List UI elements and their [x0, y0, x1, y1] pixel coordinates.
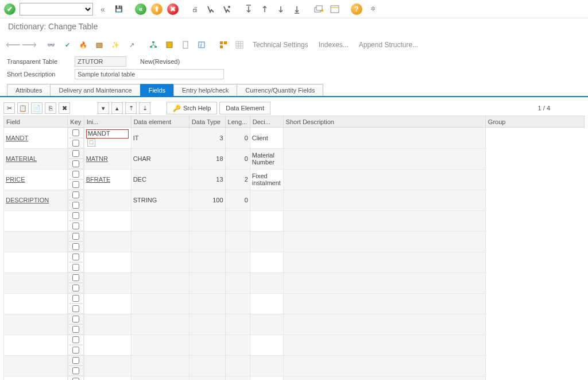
check-icon[interactable]: ✔: [61, 39, 74, 51]
last-page-icon[interactable]: [291, 3, 303, 16]
short-desc-cell[interactable]: Material Number: [250, 148, 283, 169]
row-checkbox[interactable]: [72, 243, 79, 250]
ini-checkbox[interactable]: [72, 202, 79, 209]
cancel-icon[interactable]: ✖: [167, 3, 179, 16]
info-icon[interactable]: i: [195, 39, 208, 51]
table-row[interactable]: PRICEBFRATEDEC132Fixed instalment: [4, 169, 585, 190]
col-ini[interactable]: Ini...: [84, 116, 131, 128]
first-page-icon[interactable]: [242, 3, 255, 16]
length-cell[interactable]: 3: [189, 128, 225, 149]
nav-back-icon[interactable]: ⟵: [7, 39, 20, 51]
key-checkbox[interactable]: [72, 171, 79, 178]
data-element-link[interactable]: MATNR: [86, 155, 108, 162]
group-cell[interactable]: [283, 128, 485, 149]
command-field[interactable]: [20, 3, 93, 16]
row-checkbox[interactable]: [72, 285, 79, 291]
col-short-desc[interactable]: Short Description: [283, 116, 485, 128]
technical-settings-button[interactable]: Technical Settings: [249, 40, 312, 50]
short-desc-cell[interactable]: Fixed instalment: [250, 169, 283, 190]
deci-cell[interactable]: 0: [225, 148, 250, 169]
table-row[interactable]: [4, 252, 585, 272]
data-type-cell[interactable]: CHAR: [131, 148, 189, 169]
field-name-link[interactable]: MANDT: [6, 135, 28, 141]
row-checkbox[interactable]: [72, 378, 79, 380]
insert-row-icon[interactable]: ⎘: [45, 102, 56, 114]
short-desc-cell[interactable]: Client: [250, 128, 283, 149]
field-name-link[interactable]: PRICE: [6, 176, 25, 183]
group-cell[interactable]: [283, 148, 485, 169]
table-row[interactable]: [4, 231, 585, 252]
col-data-element[interactable]: Data element: [131, 116, 189, 128]
table-row[interactable]: [4, 335, 585, 355]
row-checkbox[interactable]: [72, 367, 79, 374]
data-element-input[interactable]: MANDT: [86, 129, 129, 139]
row-checkbox[interactable]: [72, 254, 79, 260]
row-checkbox[interactable]: [72, 347, 79, 354]
srch-help-button[interactable]: 🔑Srch Help: [167, 102, 217, 114]
tab-entry-help[interactable]: Entry help/check: [173, 84, 237, 96]
table-name-field[interactable]: ZTUTOR: [75, 56, 126, 67]
tab-attributes[interactable]: Attributes: [7, 84, 51, 96]
copy-icon[interactable]: 📋: [17, 102, 29, 114]
table-row[interactable]: DESCRIPTIONSTRING1000: [4, 190, 585, 210]
group-cell[interactable]: [283, 190, 485, 210]
next-page-icon[interactable]: [274, 3, 287, 16]
data-type-cell[interactable]: IT: [131, 128, 189, 149]
field-name-link[interactable]: DESCRIPTION: [6, 197, 49, 204]
row-checkbox[interactable]: [72, 264, 79, 271]
row-checkbox[interactable]: [72, 305, 79, 312]
ini-checkbox[interactable]: [72, 160, 79, 167]
table-row[interactable]: [4, 355, 585, 376]
col-data-type[interactable]: Data Type: [189, 116, 225, 128]
help-icon[interactable]: ?: [350, 3, 363, 16]
col-deci[interactable]: Deci...: [250, 116, 283, 128]
row-checkbox[interactable]: [72, 316, 79, 323]
layout-icon[interactable]: [328, 3, 341, 16]
where-used-icon[interactable]: [93, 39, 106, 51]
table-row[interactable]: [4, 314, 585, 335]
length-cell[interactable]: 100: [189, 190, 225, 210]
new-session-icon[interactable]: ★: [312, 3, 325, 16]
table-row[interactable]: MATERIALMATNRCHAR180Material Number: [4, 148, 585, 169]
find-next-icon[interactable]: [220, 3, 233, 16]
table-row[interactable]: [4, 210, 585, 231]
key-checkbox[interactable]: [72, 129, 79, 136]
value-help-icon[interactable]: ☐: [87, 139, 95, 147]
data-element-button[interactable]: Data Element: [219, 102, 270, 114]
wizard-icon[interactable]: ✨: [109, 39, 122, 51]
col-length[interactable]: Leng...: [225, 116, 250, 128]
sort-desc-icon[interactable]: ⇣: [139, 102, 150, 114]
exit-icon[interactable]: ⬆: [150, 3, 163, 16]
row-checkbox[interactable]: [72, 233, 79, 240]
paste-icon[interactable]: 📄: [31, 102, 42, 114]
append-icon[interactable]: [163, 39, 176, 51]
group-cell[interactable]: [283, 169, 485, 190]
delete-row-icon[interactable]: ✖: [59, 102, 70, 114]
chevrons-left-icon[interactable]: «: [96, 3, 109, 16]
structure-icon[interactable]: [217, 39, 230, 51]
deci-cell[interactable]: 2: [225, 169, 250, 190]
prev-page-icon[interactable]: [258, 3, 271, 16]
append-structure-button[interactable]: Append Structure...: [355, 40, 421, 50]
deci-cell[interactable]: 0: [225, 128, 250, 149]
row-checkbox[interactable]: [72, 336, 79, 343]
table-icon[interactable]: [233, 39, 246, 51]
short-desc-cell[interactable]: [250, 190, 283, 210]
nav-forward-icon[interactable]: ⟶: [23, 39, 36, 51]
doc-icon[interactable]: [179, 39, 192, 51]
cut-icon[interactable]: ✂: [3, 102, 15, 114]
sort-asc-icon[interactable]: ⇡: [125, 102, 137, 114]
row-checkbox[interactable]: [72, 212, 79, 219]
save-icon[interactable]: 💾: [113, 3, 125, 16]
col-field[interactable]: Field: [4, 116, 68, 128]
table-row[interactable]: MANDTMANDT☐IT30Client: [4, 128, 585, 149]
tab-currency[interactable]: Currency/Quantity Fields: [237, 84, 323, 96]
table-row[interactable]: [4, 272, 585, 293]
data-type-cell[interactable]: STRING: [131, 190, 189, 210]
data-element-link[interactable]: BFRATE: [86, 176, 111, 183]
enter-icon[interactable]: ✔: [3, 3, 16, 16]
tab-fields[interactable]: Fields: [140, 84, 174, 96]
expand-all-icon[interactable]: ▾: [98, 102, 109, 114]
field-name-link[interactable]: MATERIAL: [6, 155, 37, 162]
key-checkbox[interactable]: [72, 191, 79, 198]
